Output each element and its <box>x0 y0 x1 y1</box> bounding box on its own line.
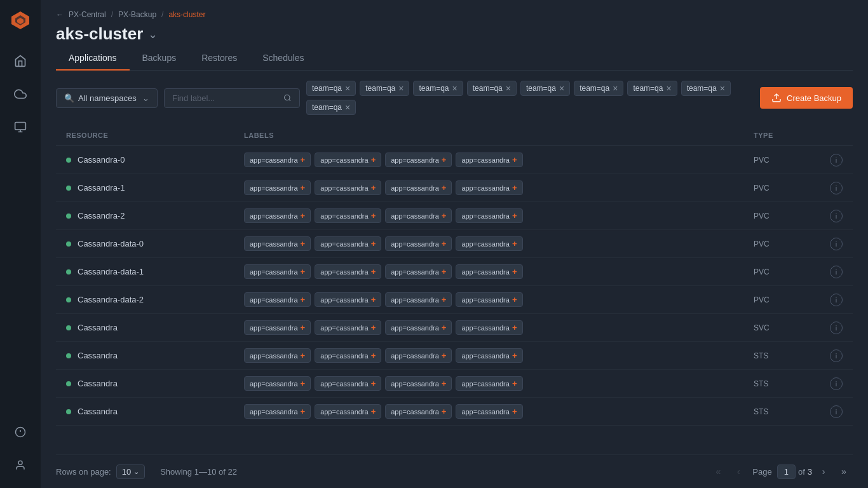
label-tag-1-1[interactable]: app=cassandra + <box>315 180 381 195</box>
label-tag-5-0[interactable]: app=cassandra + <box>244 292 311 307</box>
label-add-btn[interactable]: + <box>301 239 306 248</box>
first-page-btn[interactable]: « <box>709 463 727 480</box>
label-tag-6-2[interactable]: app=cassandra + <box>385 320 452 335</box>
filter-tag-3[interactable]: team=qa × <box>413 81 463 96</box>
next-page-btn[interactable]: › <box>815 463 832 480</box>
label-add-btn[interactable]: + <box>442 155 447 165</box>
label-add-btn[interactable]: + <box>371 267 376 276</box>
label-tag-9-3[interactable]: app=cassandra + <box>456 404 522 419</box>
label-tag-8-0[interactable]: app=cassandra + <box>244 376 311 391</box>
label-add-btn[interactable]: + <box>371 295 376 304</box>
tab-backups[interactable]: Backups <box>130 46 189 71</box>
label-add-btn[interactable]: + <box>442 211 447 220</box>
label-add-btn[interactable]: + <box>301 211 306 220</box>
label-add-btn[interactable]: + <box>442 379 447 388</box>
label-tag-8-3[interactable]: app=cassandra + <box>456 376 522 391</box>
label-tag-5-1[interactable]: app=cassandra + <box>315 292 381 307</box>
label-tag-5-2[interactable]: app=cassandra + <box>385 292 452 307</box>
label-add-btn[interactable]: + <box>512 295 517 304</box>
label-add-btn[interactable]: + <box>301 351 306 360</box>
tab-schedules[interactable]: Schedules <box>250 46 316 71</box>
label-add-btn[interactable]: + <box>442 351 447 360</box>
label-tag-6-0[interactable]: app=cassandra + <box>244 320 311 335</box>
label-add-btn[interactable]: + <box>371 155 376 165</box>
label-add-btn[interactable]: + <box>442 183 447 193</box>
label-search[interactable] <box>164 88 300 108</box>
label-tag-1-3[interactable]: app=cassandra + <box>456 180 522 195</box>
label-tag-7-0[interactable]: app=cassandra + <box>244 348 311 363</box>
tab-restores[interactable]: Restores <box>189 46 250 71</box>
breadcrumb-px-central[interactable]: PX-Central <box>69 10 106 19</box>
cluster-dropdown-chevron[interactable]: ⌄ <box>148 27 158 41</box>
sidebar-item-cloud[interactable] <box>5 79 36 109</box>
label-tag-1-2[interactable]: app=cassandra + <box>385 180 452 195</box>
label-add-btn[interactable]: + <box>442 295 447 304</box>
label-add-btn[interactable]: + <box>512 407 517 416</box>
label-tag-3-1[interactable]: app=cassandra + <box>315 236 381 251</box>
label-tag-9-2[interactable]: app=cassandra + <box>385 404 452 419</box>
filter-tag-close-1[interactable]: × <box>345 84 350 93</box>
info-icon-btn[interactable]: i <box>830 377 843 390</box>
label-tag-0-1[interactable]: app=cassandra + <box>315 152 381 167</box>
label-tag-3-3[interactable]: app=cassandra + <box>456 236 522 251</box>
filter-tag-close-8[interactable]: × <box>720 84 725 93</box>
label-tag-7-3[interactable]: app=cassandra + <box>456 348 522 363</box>
info-icon-btn[interactable]: i <box>830 154 843 166</box>
info-icon-btn[interactable]: i <box>830 405 843 418</box>
label-add-btn[interactable]: + <box>512 183 517 193</box>
label-add-btn[interactable]: + <box>371 379 376 388</box>
label-tag-2-3[interactable]: app=cassandra + <box>456 208 522 223</box>
sidebar-item-backup[interactable] <box>5 112 36 142</box>
namespace-select[interactable]: 🔍 All namespaces ⌄ <box>56 88 158 108</box>
sidebar-item-info[interactable] <box>5 417 36 447</box>
filter-tag-6[interactable]: team=qa × <box>574 81 623 96</box>
filter-tag-close-6[interactable]: × <box>613 84 618 93</box>
label-add-btn[interactable]: + <box>301 323 306 332</box>
filter-tag-9[interactable]: team=qa × <box>306 100 356 115</box>
filter-tag-5[interactable]: team=qa × <box>520 81 570 96</box>
filter-tag-close-3[interactable]: × <box>452 84 458 93</box>
info-icon-btn[interactable]: i <box>830 182 843 194</box>
label-search-input[interactable] <box>172 93 280 103</box>
label-tag-3-2[interactable]: app=cassandra + <box>385 236 452 251</box>
filter-tag-4[interactable]: team=qa × <box>467 81 517 96</box>
label-tag-6-1[interactable]: app=cassandra + <box>315 320 381 335</box>
label-add-btn[interactable]: + <box>512 323 517 332</box>
filter-tag-close-9[interactable]: × <box>345 103 350 112</box>
info-icon-btn[interactable]: i <box>830 210 843 222</box>
label-add-btn[interactable]: + <box>442 267 447 276</box>
label-add-btn[interactable]: + <box>371 407 376 416</box>
label-tag-8-2[interactable]: app=cassandra + <box>385 376 452 391</box>
label-add-btn[interactable]: + <box>301 379 306 388</box>
label-tag-2-2[interactable]: app=cassandra + <box>385 208 452 223</box>
label-add-btn[interactable]: + <box>442 239 447 248</box>
info-icon-btn[interactable]: i <box>830 349 843 362</box>
label-add-btn[interactable]: + <box>371 183 376 193</box>
label-tag-7-2[interactable]: app=cassandra + <box>385 348 452 363</box>
sidebar-item-user[interactable] <box>5 450 36 480</box>
tab-applications[interactable]: Applications <box>56 46 130 71</box>
label-add-btn[interactable]: + <box>442 323 447 332</box>
prev-page-btn[interactable]: ‹ <box>729 463 747 480</box>
rows-select[interactable]: 10 ⌄ <box>116 464 145 479</box>
label-tag-0-0[interactable]: app=cassandra + <box>244 152 311 167</box>
info-icon-btn[interactable]: i <box>830 238 843 250</box>
breadcrumb-back-btn[interactable]: ← <box>56 10 64 19</box>
filter-tag-8[interactable]: team=qa × <box>681 81 731 96</box>
label-tag-0-3[interactable]: app=cassandra + <box>456 152 522 167</box>
create-backup-button[interactable]: Create Backup <box>760 87 853 109</box>
label-tag-4-3[interactable]: app=cassandra + <box>456 264 522 279</box>
label-tag-9-1[interactable]: app=cassandra + <box>315 404 381 419</box>
label-add-btn[interactable]: + <box>512 379 517 388</box>
label-add-btn[interactable]: + <box>512 239 517 248</box>
label-tag-5-3[interactable]: app=cassandra + <box>456 292 522 307</box>
label-tag-4-2[interactable]: app=cassandra + <box>385 264 452 279</box>
label-add-btn[interactable]: + <box>512 155 517 165</box>
label-tag-4-1[interactable]: app=cassandra + <box>315 264 381 279</box>
last-page-btn[interactable]: » <box>835 463 853 480</box>
label-add-btn[interactable]: + <box>371 323 376 332</box>
label-add-btn[interactable]: + <box>301 183 306 193</box>
breadcrumb-px-backup[interactable]: PX-Backup <box>118 10 156 19</box>
info-icon-btn[interactable]: i <box>830 294 843 306</box>
label-add-btn[interactable]: + <box>512 351 517 360</box>
